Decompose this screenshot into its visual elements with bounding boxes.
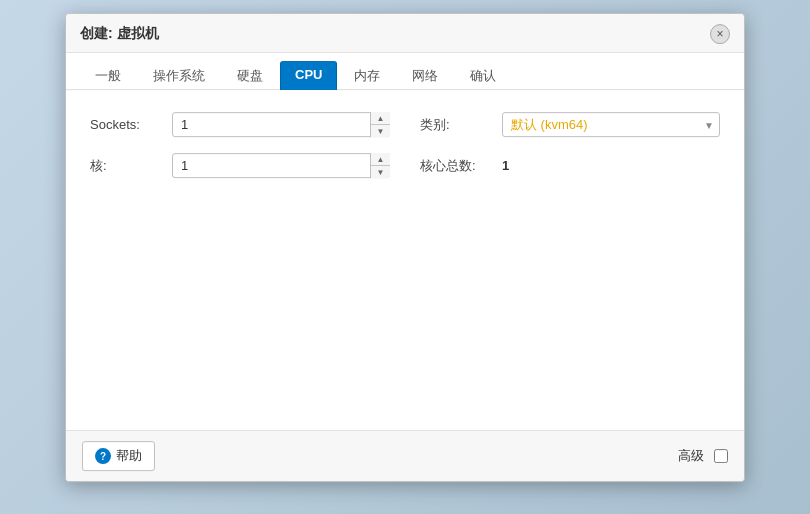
cores-row: 核: ▲ ▼ xyxy=(90,153,390,178)
cpu-form-grid: Sockets: ▲ ▼ 类别: 默认 (kvm64) host kvm64 xyxy=(90,112,720,178)
tab-network[interactable]: 网络 xyxy=(397,61,453,90)
tab-general[interactable]: 一般 xyxy=(80,61,136,90)
dialog-titlebar: 创建: 虚拟机 × xyxy=(66,14,744,53)
sockets-decrement[interactable]: ▼ xyxy=(371,125,390,137)
cores-increment[interactable]: ▲ xyxy=(371,153,390,166)
dialog-footer: ? 帮助 高级 xyxy=(66,430,744,481)
type-label: 类别: xyxy=(420,116,490,134)
sockets-increment[interactable]: ▲ xyxy=(371,112,390,125)
advanced-label: 高级 xyxy=(678,447,704,465)
cores-input[interactable] xyxy=(172,153,390,178)
type-select-wrap: 默认 (kvm64) host kvm64 kvm32 qemu64 qemu3… xyxy=(502,112,720,137)
help-button[interactable]: ? 帮助 xyxy=(82,441,155,471)
sockets-input-wrap: ▲ ▼ xyxy=(172,112,390,137)
cores-label: 核: xyxy=(90,157,160,175)
type-select[interactable]: 默认 (kvm64) host kvm64 kvm32 qemu64 qemu3… xyxy=(502,112,720,137)
sockets-label: Sockets: xyxy=(90,117,160,132)
type-row: 类别: 默认 (kvm64) host kvm64 kvm32 qemu64 q… xyxy=(420,112,720,137)
cores-input-wrap: ▲ ▼ xyxy=(172,153,390,178)
cores-spinner: ▲ ▼ xyxy=(370,153,390,178)
dialog-title: 创建: 虚拟机 xyxy=(80,25,159,43)
sockets-input[interactable] xyxy=(172,112,390,137)
tab-os[interactable]: 操作系统 xyxy=(138,61,220,90)
total-cores-label: 核心总数: xyxy=(420,157,490,175)
tab-confirm[interactable]: 确认 xyxy=(455,61,511,90)
footer-right: 高级 xyxy=(678,447,728,465)
cores-decrement[interactable]: ▼ xyxy=(371,166,390,178)
tab-memory[interactable]: 内存 xyxy=(339,61,395,90)
sockets-spinner: ▲ ▼ xyxy=(370,112,390,137)
tab-bar: 一般 操作系统 硬盘 CPU 内存 网络 确认 xyxy=(66,53,744,90)
dialog-content: Sockets: ▲ ▼ 类别: 默认 (kvm64) host kvm64 xyxy=(66,90,744,430)
help-label: 帮助 xyxy=(116,447,142,465)
total-cores-value: 1 xyxy=(502,158,509,173)
tab-cpu[interactable]: CPU xyxy=(280,61,337,90)
close-button[interactable]: × xyxy=(710,24,730,44)
tab-disk[interactable]: 硬盘 xyxy=(222,61,278,90)
total-cores-row: 核心总数: 1 xyxy=(420,153,720,178)
advanced-checkbox[interactable] xyxy=(714,449,728,463)
sockets-row: Sockets: ▲ ▼ xyxy=(90,112,390,137)
help-icon: ? xyxy=(95,448,111,464)
create-vm-dialog: 创建: 虚拟机 × 一般 操作系统 硬盘 CPU 内存 网络 确认 Socket… xyxy=(65,13,745,482)
